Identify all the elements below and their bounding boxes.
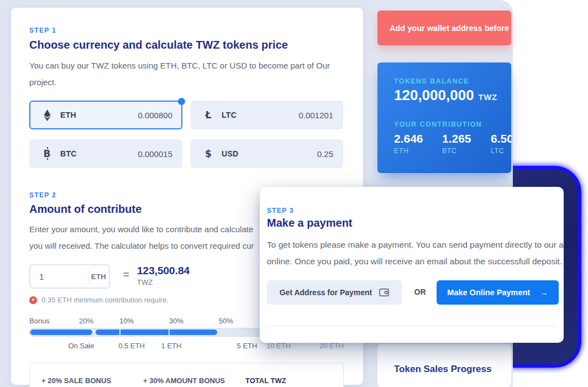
step3-divider	[267, 326, 556, 326]
step2-description-line2: you will received. The calculator helps …	[29, 241, 254, 250]
bonus-tick	[169, 328, 170, 336]
step3-card: STEP 3 Make a payment To get tokens plea…	[260, 187, 564, 343]
wallet-icon	[379, 288, 389, 297]
tokens-balance-card: TOKENS BALANCE 120,000,000 TWZ YOUR CONT…	[377, 62, 511, 173]
sale-bonus-label: + 20% SALE BONUS	[41, 376, 111, 385]
bonus-percent-20: 20%	[79, 317, 93, 325]
currency-option-eth[interactable]: ETH 0.000800	[29, 101, 182, 129]
make-online-payment-label: Make Online Payment	[447, 288, 530, 297]
usd-icon: $	[202, 148, 214, 159]
contribution-btc: 1.265 BTC	[442, 132, 471, 155]
contribution-value: 1.265	[442, 132, 471, 145]
bonus-boundary-10eth: 10 ETH	[266, 342, 291, 350]
bonus-label: Bonus	[29, 317, 50, 325]
wallet-address-alert: Add your wallet address before bu	[377, 11, 511, 45]
conversion-result-value: 123,500.84	[137, 265, 190, 277]
bonus-boundary-1eth: 1 ETH	[161, 342, 182, 350]
tokens-balance-value: 120,000,000	[394, 87, 474, 104]
tokens-balance-label: TOKENS BALANCE	[394, 77, 469, 85]
amount-currency-suffix: ETH	[88, 273, 109, 281]
conversion-result-unit: TWZ	[137, 278, 153, 286]
currency-rate: 0.000015	[138, 149, 172, 159]
bonus-progress-fill-segment2	[96, 330, 217, 335]
token-sales-progress-title: Token Sales Progress	[394, 364, 491, 375]
or-label: OR	[412, 287, 428, 296]
currency-rate: 0.001201	[298, 111, 333, 120]
bonus-boundary-5eth: 5 ETH	[237, 342, 258, 350]
bonus-percent-50: 50%	[219, 317, 233, 325]
arrow-right-icon: →	[540, 288, 548, 297]
currency-rate: 0.25	[317, 149, 333, 159]
your-contribution-label: YOUR CONTRIBUTION	[394, 121, 482, 128]
bonus-progress-fill-segment1	[30, 330, 92, 335]
contribution-currency: ETH	[394, 147, 423, 155]
currency-option-ltc[interactable]: Ł LTC 0.001201	[191, 101, 343, 129]
step2-label: STEP 2	[29, 191, 56, 199]
make-online-payment-button[interactable]: Make Online Payment →	[437, 280, 559, 305]
step3-title: Make a payment	[267, 217, 353, 229]
bonus-percent-30: 30%	[169, 317, 183, 325]
currency-option-btc[interactable]: B BTC 0.000015	[29, 139, 182, 168]
bonus-boundary-05eth: 0.5 ETH	[118, 342, 145, 350]
currency-code: USD	[222, 149, 238, 158]
get-address-button[interactable]: Get Address for Payment	[267, 280, 402, 305]
tokens-balance-unit: TWZ	[479, 92, 497, 102]
contribution-ltc: 6.500 LTC	[491, 132, 511, 155]
bonus-summary-box: + 20% SALE BONUS + 30% AMOUNT BONUS TOTA…	[29, 363, 344, 387]
step3-label: STEP 3	[267, 207, 294, 215]
token-sales-progress-card: Token Sales Progress	[377, 344, 511, 387]
selected-dot	[178, 98, 185, 105]
currency-option-usd[interactable]: $ USD 0.25	[191, 139, 343, 168]
page: STEP 1 Choose currency and calculate TWZ…	[0, 0, 588, 387]
amount-input-box: ETH	[29, 264, 110, 289]
step3-description-line2: online. Once you paid, you will receive …	[267, 257, 562, 266]
step1-title: Choose currency and calculate TWZ tokens…	[29, 39, 288, 51]
step1-label: STEP 1	[29, 27, 56, 34]
get-address-button-label: Get Address for Payment	[280, 288, 372, 297]
contribution-currency: BTC	[442, 147, 471, 155]
currency-code: LTC	[222, 111, 237, 119]
step2-title: Amount of contribute	[29, 203, 141, 216]
step1-description-line2: project.	[29, 77, 56, 87]
eth-icon	[41, 109, 53, 121]
amount-bonus-label: + 30% AMOUNT BONUS	[143, 376, 225, 385]
tokens-balance-row: 120,000,000 TWZ	[394, 87, 497, 104]
error-icon: ✕	[29, 296, 37, 304]
step2-description-line1: Enter your amount, you would like to con…	[29, 224, 253, 234]
btc-icon: B	[41, 148, 53, 159]
equals-sign: =	[123, 269, 129, 281]
ltc-icon: Ł	[202, 109, 214, 121]
currency-code: ETH	[60, 111, 76, 119]
bonus-tick	[119, 328, 120, 336]
contribution-currency: LTC	[491, 147, 511, 155]
alert-text: Add your wallet address before bu	[390, 24, 511, 33]
total-twz-label: TOTAL TWZ	[245, 376, 286, 385]
bonus-percent-10: 10%	[119, 317, 134, 325]
currency-rate: 0.000800	[138, 111, 172, 120]
currency-code: BTC	[60, 149, 77, 158]
contribution-value: 6.500	[491, 132, 511, 145]
bonus-boundary-20eth: 20 ETH	[319, 342, 344, 350]
bonus-boundary-on-sale: On Sale	[69, 342, 95, 350]
error-text: 0.35 ETH minimum contribution require.	[41, 296, 169, 304]
contribution-value: 2.646	[394, 132, 423, 145]
amount-input[interactable]	[30, 272, 88, 281]
step3-description-line1: To get tokens please make a payment. You…	[267, 240, 564, 250]
step1-description-line1: You can buy our TWZ tokens using ETH, BT…	[29, 61, 330, 70]
contribution-eth: 2.646 ETH	[394, 132, 423, 155]
minimum-contribution-error: ✕ 0.35 ETH minimum contribution require.	[29, 296, 169, 304]
